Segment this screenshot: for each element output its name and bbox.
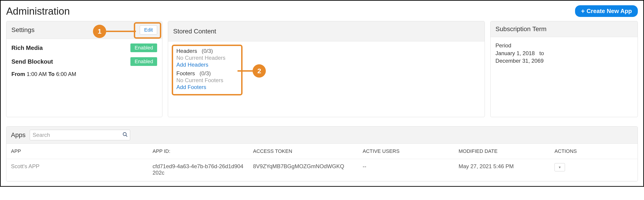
- headers-label: Headers: [176, 48, 197, 54]
- app-name-cell: Scott's APP: [6, 159, 148, 181]
- svg-line-1: [126, 136, 127, 137]
- plus-icon: +: [581, 8, 584, 15]
- col-access-token: ACCESS TOKEN: [248, 144, 358, 159]
- stored-content-title: Stored Content: [173, 28, 216, 35]
- col-app: APP: [6, 144, 148, 159]
- edit-settings-button[interactable]: Edit: [140, 25, 157, 35]
- footers-label: Footers: [176, 70, 195, 76]
- stored-content-panel: Stored Content Headers (0/3) No Current …: [168, 21, 484, 117]
- callout-2: 2: [252, 64, 266, 78]
- col-active-users: ACTIVE USERS: [358, 144, 454, 159]
- from-label: From: [12, 71, 25, 77]
- caret-down-icon: ▼: [558, 165, 561, 169]
- search-icon: [122, 132, 128, 138]
- settings-title: Settings: [12, 26, 34, 34]
- callout-line-1: [106, 31, 136, 32]
- add-headers-link[interactable]: Add Headers: [176, 62, 238, 68]
- settings-panel: Settings Edit Rich Media Enabled Send Bl…: [6, 21, 162, 117]
- col-app-id: APP ID:: [148, 144, 248, 159]
- apps-panel: Apps APP APP ID: ACCESS TOKEN ACTIVE USE…: [6, 126, 638, 181]
- table-row: Scott's APP cfd71ed9-4a63-4e7b-b76d-26d1…: [6, 159, 638, 181]
- send-blockout-status: Enabled: [130, 57, 157, 66]
- to-label: To: [48, 71, 54, 77]
- page-title: Administration: [6, 6, 70, 17]
- rich-media-label: Rich Media: [12, 44, 43, 51]
- subscription-title: Subscription Term: [496, 25, 547, 33]
- subscription-start: January 1, 2018: [496, 50, 535, 56]
- col-modified: MODIFIED DATE: [454, 144, 550, 159]
- stored-content-highlight: Headers (0/3) No Current Headers Add Hea…: [172, 45, 242, 95]
- active-users-cell: --: [358, 159, 454, 181]
- access-token-cell: 8V9ZYqMB7BGgMOZGmNOdWGKQ: [248, 159, 358, 181]
- subscription-end: December 31, 2069: [496, 57, 632, 65]
- headers-count: (0/3): [202, 48, 213, 54]
- callout-line-2: [238, 70, 254, 72]
- app-id-cell: cfd71ed9-4a63-4e7b-b76d-26d1d904202c: [148, 159, 248, 181]
- subscription-to: to: [540, 50, 544, 56]
- headers-empty: No Current Headers: [176, 55, 238, 61]
- callout-1: 1: [93, 25, 106, 38]
- blockout-time: From 1:00 AM To 6:00 AM: [12, 71, 157, 77]
- send-blockout-label: Send Blockout: [12, 58, 53, 65]
- create-button-label: Create New App: [587, 8, 632, 15]
- rich-media-status: Enabled: [130, 43, 157, 52]
- to-time: 6:00 AM: [56, 71, 76, 77]
- from-time: 1:00 AM: [27, 71, 47, 77]
- apps-table: APP APP ID: ACCESS TOKEN ACTIVE USERS MO…: [6, 144, 638, 181]
- apps-title: Apps: [11, 131, 26, 139]
- footers-empty: No Current Footers: [176, 77, 238, 83]
- footers-count: (0/3): [200, 70, 211, 76]
- row-actions-button[interactable]: ▼: [554, 163, 565, 171]
- subscription-panel: Subscription Term Period January 1, 2018…: [490, 21, 638, 117]
- modified-cell: May 27, 2021 5:46 PM: [454, 159, 550, 181]
- svg-point-0: [123, 133, 126, 136]
- apps-search-input[interactable]: [30, 130, 130, 140]
- period-label: Period: [496, 42, 632, 49]
- add-footers-link[interactable]: Add Footers: [176, 84, 238, 90]
- col-actions: ACTIONS: [550, 144, 638, 159]
- create-new-app-button[interactable]: + Create New App: [575, 5, 638, 17]
